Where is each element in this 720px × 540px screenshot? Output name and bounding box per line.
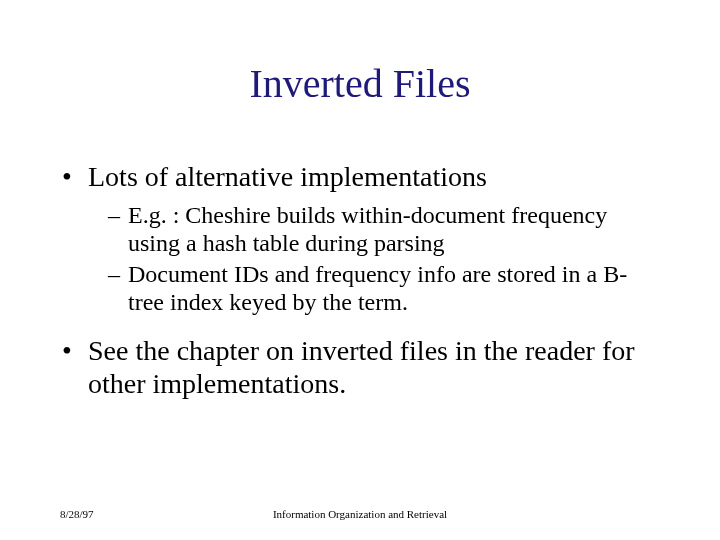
bullet-text: Document IDs and frequency info are stor… xyxy=(128,261,627,315)
bullet-level1: See the chapter on inverted files in the… xyxy=(60,334,660,400)
bullet-level2: Document IDs and frequency info are stor… xyxy=(108,260,660,317)
bullet-level1: Lots of alternative implementations xyxy=(60,160,660,193)
bullet-text: Lots of alternative implementations xyxy=(88,161,487,192)
slide-body: Lots of alternative implementations E.g.… xyxy=(60,160,660,408)
slide: Inverted Files Lots of alternative imple… xyxy=(0,0,720,540)
bullet-text: See the chapter on inverted files in the… xyxy=(88,335,635,399)
sub-bullet-group: E.g. : Cheshire builds within-document f… xyxy=(108,201,660,316)
bullet-level2: E.g. : Cheshire builds within-document f… xyxy=(108,201,660,258)
slide-title: Inverted Files xyxy=(0,60,720,107)
bullet-text: E.g. : Cheshire builds within-document f… xyxy=(128,202,607,256)
footer-center: Information Organization and Retrieval xyxy=(0,508,720,520)
